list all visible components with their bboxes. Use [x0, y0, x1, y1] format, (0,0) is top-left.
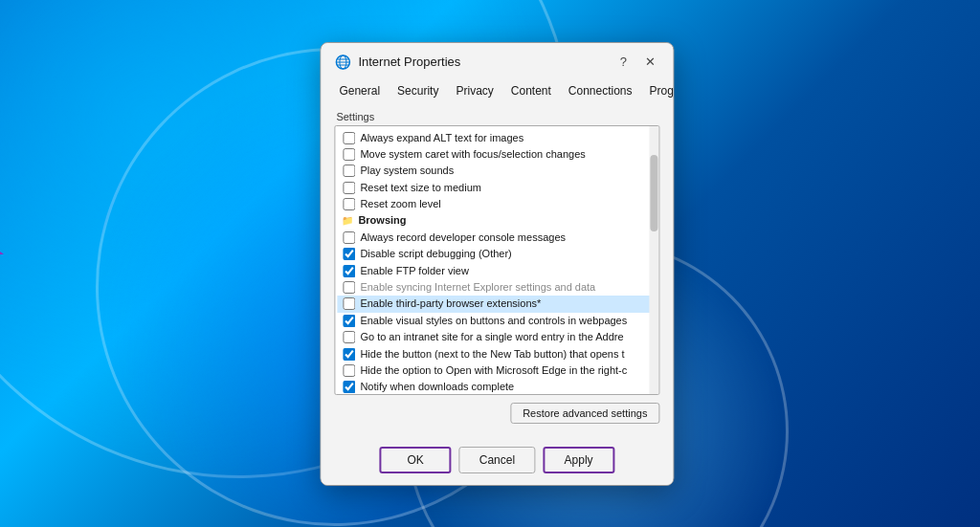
- globe-icon: [334, 54, 351, 71]
- dialog-footer: OK Cancel Apply: [321, 441, 673, 485]
- setting-item: Reset text size to medium: [337, 180, 657, 196]
- setting-label: Reset text size to medium: [360, 181, 481, 195]
- setting-item: Always expand ALT text for images: [337, 130, 657, 146]
- title-bar: Internet Properties ? ✕: [321, 43, 673, 72]
- title-left: Internet Properties: [334, 54, 460, 71]
- setting-item: Hide the button (next to the New Tab but…: [337, 346, 657, 362]
- setting-label: Enable syncing Internet Explorer setting…: [360, 280, 595, 295]
- setting-checkbox[interactable]: [343, 281, 355, 294]
- tab-privacy[interactable]: Privacy: [447, 79, 501, 103]
- setting-checkbox[interactable]: [343, 364, 355, 377]
- tab-content[interactable]: Content: [502, 79, 560, 103]
- setting-item: Always record developer console messages: [337, 230, 657, 246]
- setting-item: Enable syncing Internet Explorer setting…: [337, 279, 657, 296]
- setting-label: Go to an intranet site for a single word…: [360, 330, 623, 344]
- tabs-bar: General Security Privacy Content Connect…: [321, 72, 673, 103]
- section-label: Browsing: [358, 213, 406, 228]
- setting-checkbox[interactable]: [343, 231, 355, 244]
- setting-label: Enable visual styles on buttons and cont…: [360, 314, 627, 328]
- setting-checkbox[interactable]: [343, 132, 355, 144]
- setting-checkbox[interactable]: [343, 198, 355, 210]
- setting-checkbox[interactable]: [343, 348, 355, 361]
- scrollbar-thumb[interactable]: [650, 155, 657, 231]
- setting-label: Always expand ALT text for images: [360, 131, 523, 145]
- folder-icon: 📁: [341, 214, 353, 227]
- setting-label: Hide the option to Open with Microsoft E…: [360, 363, 627, 378]
- setting-checkbox[interactable]: [343, 148, 355, 161]
- setting-label: Disable script debugging (Other): [360, 247, 511, 261]
- settings-label: Settings: [336, 111, 659, 122]
- setting-checkbox[interactable]: [343, 315, 355, 327]
- restore-btn-row: Restore advanced settings: [334, 403, 659, 424]
- close-button[interactable]: ✕: [640, 53, 659, 72]
- tab-programs[interactable]: Programs: [641, 79, 675, 103]
- setting-checkbox[interactable]: [343, 182, 355, 194]
- apply-button[interactable]: Apply: [543, 447, 614, 473]
- setting-checkbox[interactable]: [343, 248, 355, 260]
- setting-label: Hide the button (next to the New Tab but…: [360, 347, 624, 362]
- setting-item: Notify when downloads complete: [337, 379, 657, 393]
- title-controls: ? ✕: [613, 53, 659, 72]
- scrollbar-track[interactable]: [649, 126, 658, 394]
- setting-item: Reset zoom level: [337, 196, 657, 212]
- setting-item: Enable visual styles on buttons and cont…: [337, 313, 657, 329]
- tab-connections[interactable]: Connections: [560, 79, 641, 103]
- setting-checkbox[interactable]: [343, 265, 355, 277]
- restore-advanced-button[interactable]: Restore advanced settings: [510, 403, 659, 424]
- setting-label: Enable FTP folder view: [360, 264, 469, 278]
- setting-checkbox[interactable]: [343, 165, 355, 177]
- settings-group: Always expand ALT text for imagesMove sy…: [334, 125, 659, 395]
- setting-item: Go to an intranet site for a single word…: [337, 329, 657, 345]
- annotation-arrow: [0, 234, 10, 275]
- internet-properties-dialog: Internet Properties ? ✕ General Security…: [320, 42, 674, 486]
- setting-label: Play system sounds: [360, 164, 454, 178]
- setting-item: Play system sounds: [337, 163, 657, 179]
- setting-checkbox[interactable]: [343, 331, 355, 343]
- cancel-button[interactable]: Cancel: [459, 447, 535, 473]
- setting-label: Enable third-party browser extensions*: [360, 296, 541, 311]
- setting-label: Always record developer console messages: [360, 231, 566, 245]
- ok-button[interactable]: OK: [380, 447, 452, 473]
- setting-item: Move system caret with focus/selection c…: [337, 146, 657, 163]
- setting-label: Notify when downloads complete: [360, 380, 514, 393]
- help-button[interactable]: ?: [613, 53, 633, 72]
- setting-item: Enable third-party browser extensions*: [337, 296, 657, 312]
- settings-scroll[interactable]: Always expand ALT text for imagesMove sy…: [335, 126, 658, 394]
- tab-general[interactable]: General: [330, 79, 389, 103]
- setting-label: Reset zoom level: [360, 197, 440, 211]
- dialog-body: Settings Always expand ALT text for imag…: [321, 103, 673, 441]
- setting-checkbox[interactable]: [343, 381, 355, 393]
- setting-item: Disable script debugging (Other): [337, 246, 657, 262]
- tab-security[interactable]: Security: [389, 79, 447, 103]
- setting-label: Move system caret with focus/selection c…: [360, 147, 585, 162]
- setting-item: Hide the option to Open with Microsoft E…: [337, 362, 657, 379]
- setting-item: Enable FTP folder view: [337, 263, 657, 279]
- setting-checkbox[interactable]: [343, 297, 355, 310]
- dialog-title: Internet Properties: [358, 55, 460, 69]
- section-header: 📁Browsing: [337, 212, 657, 229]
